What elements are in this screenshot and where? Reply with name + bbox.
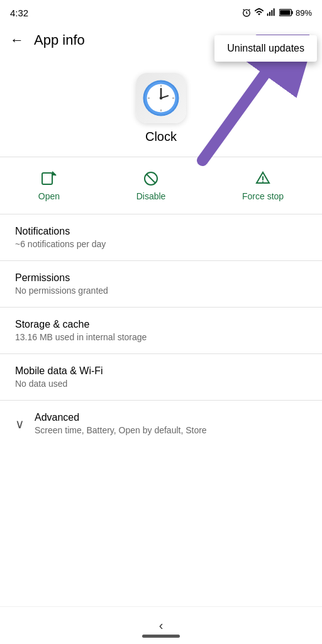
signal-icon [267, 8, 277, 18]
svg-point-15 [160, 97, 163, 100]
svg-rect-3 [271, 10, 272, 16]
open-label: Open [38, 191, 60, 201]
nav-back-button[interactable]: ‹ [159, 618, 164, 633]
page-title: App info [34, 32, 85, 48]
permissions-item[interactable]: Permissions No permissions granted [0, 261, 322, 307]
advanced-item[interactable]: ∨ Advanced Screen time, Battery, Open by… [0, 401, 322, 447]
uninstall-updates-popup[interactable]: Uninstall updates [214, 35, 317, 62]
wifi-icon [254, 8, 264, 18]
battery-icon [279, 8, 293, 17]
advanced-title: Advanced [35, 412, 307, 423]
mobile-data-item[interactable]: Mobile data & Wi-Fi No data used [0, 354, 322, 400]
home-pill[interactable] [142, 635, 180, 638]
svg-rect-1 [267, 13, 269, 16]
advanced-text: Advanced Screen time, Battery, Open by d… [35, 412, 307, 435]
status-bar: 4:32 89% [0, 0, 322, 23]
disable-button[interactable]: Disable [136, 170, 166, 201]
svg-rect-6 [292, 11, 293, 14]
svg-rect-4 [274, 8, 275, 16]
status-time: 4:32 [10, 8, 28, 18]
storage-title: Storage & cache [15, 319, 307, 330]
app-name: Clock [145, 130, 177, 144]
alarm-icon [242, 8, 252, 18]
settings-list: Notifications ~6 notifications per day P… [0, 214, 322, 447]
force-stop-label: Force stop [242, 191, 284, 201]
open-button[interactable]: Open [38, 170, 60, 201]
disable-label: Disable [136, 191, 166, 201]
disable-icon [142, 170, 160, 187]
app-icon [136, 73, 186, 123]
battery-percentage: 89% [296, 8, 312, 18]
svg-line-23 [147, 174, 155, 183]
action-buttons-row: Open Disable Force stop [0, 157, 322, 214]
svg-point-25 [262, 181, 264, 182]
chevron-down-icon: ∨ [15, 416, 25, 431]
status-icons: 89% [242, 8, 312, 18]
svg-rect-20 [42, 173, 52, 184]
permissions-title: Permissions [15, 272, 307, 284]
storage-item[interactable]: Storage & cache 13.16 MB used in interna… [0, 308, 322, 353]
open-icon [40, 170, 58, 187]
mobile-data-title: Mobile data & Wi-Fi [15, 365, 307, 377]
advanced-subtitle: Screen time, Battery, Open by default, S… [35, 425, 307, 435]
notifications-title: Notifications [15, 226, 307, 237]
mobile-data-subtitle: No data used [15, 379, 307, 389]
permissions-subtitle: No permissions granted [15, 286, 307, 296]
app-icon-section: Clock [0, 58, 322, 157]
svg-rect-2 [269, 12, 270, 16]
notifications-subtitle: ~6 notifications per day [15, 239, 307, 249]
force-stop-icon [254, 170, 272, 187]
svg-rect-7 [280, 10, 290, 15]
bottom-nav: ‹ [0, 606, 322, 644]
uninstall-updates-item[interactable]: Uninstall updates [227, 43, 304, 53]
storage-subtitle: 13.16 MB used in internal storage [15, 332, 307, 342]
clock-svg [142, 79, 180, 117]
force-stop-button[interactable]: Force stop [242, 170, 284, 201]
notifications-item[interactable]: Notifications ~6 notifications per day [0, 214, 322, 260]
back-button[interactable]: ← [10, 32, 24, 48]
